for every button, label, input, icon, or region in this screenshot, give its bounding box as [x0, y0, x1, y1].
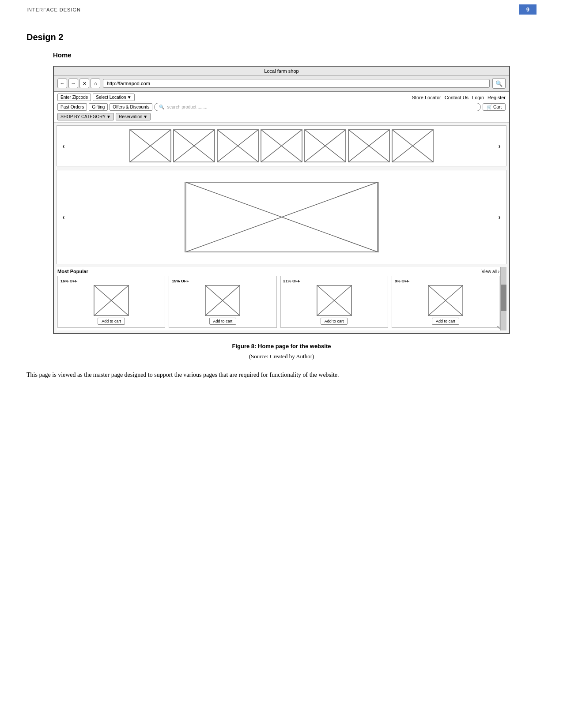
add-to-cart-1[interactable]: Add to cart — [98, 318, 125, 325]
register-link[interactable]: Register — [487, 95, 506, 100]
add-to-cart-3[interactable]: Add to cart — [321, 318, 348, 325]
product-card-2: 15% OFF Add to cart — [169, 276, 276, 328]
small-carousel-img-5 — [304, 129, 346, 162]
nav-row-2: Past Orders Gifting Offers & Discounts 🔍… — [57, 103, 506, 111]
large-image-wrapper — [70, 177, 493, 257]
page-number: 9 — [519, 4, 537, 15]
carousel-next-small[interactable]: › — [495, 141, 504, 151]
scrollbar[interactable] — [500, 267, 506, 330]
carousel-inner-large: ‹ › — [57, 170, 506, 264]
wireframe-container: Local farm shop ← → ✕ ⌂ 🔍 Enter Zipcode — [53, 66, 510, 334]
product-badge-1: 16% OFF — [60, 279, 78, 283]
most-popular-header: Most Popular View all › — [57, 267, 500, 276]
product-grid: 16% OFF Add to cart 15% OFF Add to cart — [57, 276, 500, 330]
browser-tab-bar: Local farm shop — [54, 67, 509, 76]
small-image-list — [70, 129, 493, 162]
product-badge-4: 8% OFF — [395, 279, 410, 283]
gifting-button[interactable]: Gifting — [89, 103, 108, 111]
section-heading: Design 2 — [26, 32, 537, 42]
small-carousel-img-4 — [261, 129, 302, 162]
product-badge-2: 15% OFF — [172, 279, 189, 283]
add-to-cart-4[interactable]: Add to cart — [432, 318, 459, 325]
product-img-3 — [317, 285, 352, 316]
sub-heading: Home — [53, 51, 537, 59]
contact-us-link[interactable]: Contact Us — [445, 95, 469, 100]
large-image-carousel: ‹ › — [57, 170, 506, 264]
browser-address-bar: ← → ✕ ⌂ 🔍 — [54, 76, 509, 92]
home-button[interactable]: ⌂ — [91, 79, 100, 88]
most-popular-label: Most Popular — [57, 269, 88, 274]
carousel-inner-small: ‹ — [57, 126, 506, 166]
resize-icon: ⤡ — [497, 325, 500, 330]
reservation-label: Reservation — [119, 114, 142, 119]
add-to-cart-2[interactable]: Add to cart — [209, 318, 237, 325]
past-orders-button[interactable]: Past Orders — [57, 103, 87, 111]
carousel-prev-large[interactable]: ‹ — [59, 212, 68, 222]
small-image-carousel: ‹ — [57, 125, 506, 166]
header-title: INTERFACE DESIGN — [26, 7, 81, 12]
nav-row-3: SHOP BY CATEGORY ▼ Reservation ▼ — [57, 113, 506, 120]
nav-row-1: Enter Zipcode Select Location ▼ Store Lo… — [57, 94, 506, 101]
reservation-dropdown-icon: ▼ — [143, 114, 147, 119]
browser-search-icon: 🔍 — [495, 80, 503, 87]
site-nav: Enter Zipcode Select Location ▼ Store Lo… — [54, 92, 509, 123]
shop-by-category-label: SHOP BY CATEGORY — [60, 114, 106, 119]
figure-source: (Source: Created by Author) — [26, 353, 537, 360]
select-location-label: Select Location — [96, 95, 126, 100]
browser-nav-buttons: ← → ✕ ⌂ — [57, 79, 100, 88]
close-button[interactable]: ✕ — [79, 79, 89, 88]
body-text-1: This page is viewed as the master page d… — [26, 369, 537, 381]
small-carousel-img-6 — [348, 129, 390, 162]
most-popular-section: Most Popular View all › 16% OFF Add to c… — [57, 267, 506, 330]
forward-button[interactable]: → — [68, 79, 78, 88]
page-header: INTERFACE DESIGN 9 — [0, 0, 563, 19]
small-carousel-img-2 — [173, 129, 215, 162]
small-carousel-img-1 — [129, 129, 171, 162]
small-carousel-img-3 — [217, 129, 259, 162]
carousel-prev-small[interactable]: ‹ — [59, 141, 68, 151]
browser-tab-title: Local farm shop — [264, 68, 299, 74]
product-img-2 — [205, 285, 240, 316]
figure-caption: Figure 8: Home page for the website — [26, 343, 537, 349]
small-carousel-img-7 — [392, 129, 434, 162]
reservation-button[interactable]: Reservation ▼ — [116, 113, 151, 120]
login-link[interactable]: Login — [472, 95, 484, 100]
cart-button[interactable]: 🛒 Cart — [483, 103, 506, 111]
product-img-1 — [94, 285, 129, 316]
view-all-link[interactable]: View all › — [482, 269, 499, 274]
select-location-button[interactable]: Select Location ▼ — [93, 94, 134, 101]
product-badge-3: 21% OFF — [283, 279, 301, 283]
shop-by-category-button[interactable]: SHOP BY CATEGORY ▼ — [57, 113, 114, 120]
product-card-1: 16% OFF Add to cart — [57, 276, 165, 328]
product-card-3: 21% OFF Add to cart — [280, 276, 388, 328]
scrollbar-thumb[interactable] — [501, 285, 506, 311]
search-icon: 🔍 — [159, 105, 164, 109]
product-card-4: 8% OFF Add to cart — [392, 276, 499, 328]
shop-category-dropdown-icon: ▼ — [106, 114, 111, 119]
zipcode-input[interactable]: Enter Zipcode — [57, 94, 91, 101]
search-bar[interactable]: 🔍 search product ........ — [154, 103, 481, 111]
address-bar-input[interactable] — [103, 79, 490, 88]
store-locator-link[interactable]: Store Locator — [412, 95, 441, 100]
back-button[interactable]: ← — [57, 79, 67, 88]
document-body: Design 2 Home Local farm shop ← → ✕ ⌂ 🔍 — [0, 19, 563, 403]
nav-left: Enter Zipcode Select Location ▼ — [57, 94, 135, 101]
product-img-4 — [428, 285, 463, 316]
nav-right: Store Locator Contact Us Login Register — [412, 95, 506, 100]
offers-discounts-button[interactable]: Offers & Discounts — [110, 103, 152, 111]
carousel-next-large[interactable]: › — [495, 212, 504, 222]
large-carousel-img — [185, 182, 379, 252]
browser-search-button[interactable]: 🔍 — [492, 78, 506, 89]
select-location-dropdown-icon: ▼ — [127, 95, 132, 100]
search-placeholder: search product ........ — [167, 105, 207, 109]
